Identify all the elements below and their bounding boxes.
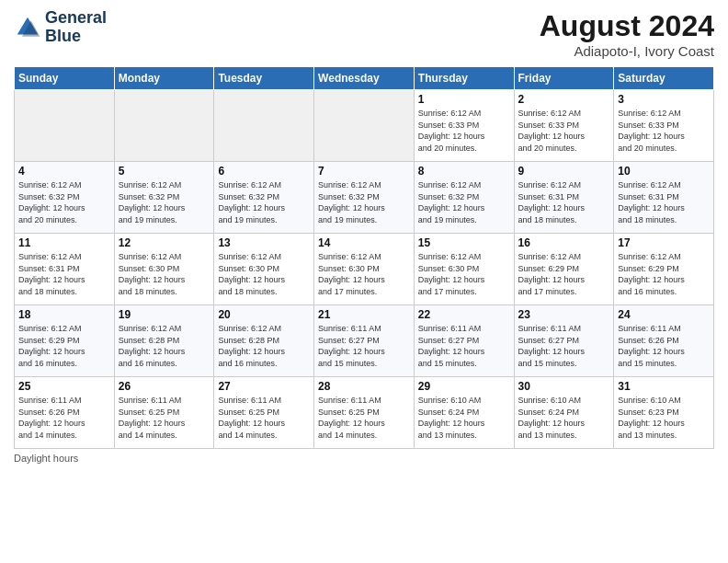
day-info: Sunrise: 6:11 AM Sunset: 6:25 PM Dayligh… — [119, 395, 210, 441]
day-info: Sunrise: 6:11 AM Sunset: 6:27 PM Dayligh… — [318, 323, 410, 369]
month-title: August 2024 — [540, 9, 714, 43]
header-cell-tuesday: Tuesday — [214, 67, 314, 90]
calendar-cell: 17Sunrise: 6:12 AM Sunset: 6:29 PM Dayli… — [614, 234, 714, 305]
logo: General Blue — [14, 9, 107, 46]
day-number: 12 — [119, 236, 210, 249]
calendar-cell — [15, 90, 115, 162]
day-info: Sunrise: 6:12 AM Sunset: 6:32 PM Dayligh… — [318, 179, 410, 225]
day-info: Sunrise: 6:12 AM Sunset: 6:33 PM Dayligh… — [618, 108, 710, 154]
day-info: Sunrise: 6:10 AM Sunset: 6:24 PM Dayligh… — [418, 395, 510, 441]
day-number: 3 — [618, 93, 710, 106]
calendar-cell: 9Sunrise: 6:12 AM Sunset: 6:31 PM Daylig… — [514, 162, 614, 234]
day-number: 2 — [518, 93, 610, 106]
week-row-2: 4Sunrise: 6:12 AM Sunset: 6:32 PM Daylig… — [15, 162, 714, 234]
day-number: 5 — [119, 165, 210, 178]
day-info: Sunrise: 6:11 AM Sunset: 6:27 PM Dayligh… — [418, 323, 510, 369]
day-number: 6 — [218, 165, 310, 178]
day-number: 18 — [18, 308, 110, 321]
calendar-cell: 11Sunrise: 6:12 AM Sunset: 6:31 PM Dayli… — [15, 234, 115, 305]
calendar-cell: 23Sunrise: 6:11 AM Sunset: 6:27 PM Dayli… — [514, 305, 614, 377]
day-number: 29 — [418, 380, 510, 393]
calendar-cell: 21Sunrise: 6:11 AM Sunset: 6:27 PM Dayli… — [314, 305, 415, 377]
title-block: August 2024 Adiapoto-I, Ivory Coast — [540, 9, 714, 59]
header-cell-wednesday: Wednesday — [314, 67, 415, 90]
calendar-cell: 1Sunrise: 6:12 AM Sunset: 6:33 PM Daylig… — [414, 90, 514, 162]
calendar-cell: 10Sunrise: 6:12 AM Sunset: 6:31 PM Dayli… — [614, 162, 714, 234]
day-info: Sunrise: 6:11 AM Sunset: 6:26 PM Dayligh… — [18, 395, 110, 441]
day-info: Sunrise: 6:12 AM Sunset: 6:32 PM Dayligh… — [418, 179, 510, 225]
day-info: Sunrise: 6:12 AM Sunset: 6:30 PM Dayligh… — [218, 251, 310, 297]
day-number: 16 — [518, 236, 610, 249]
day-number: 1 — [418, 93, 510, 106]
day-number: 10 — [618, 165, 710, 178]
calendar-cell: 30Sunrise: 6:10 AM Sunset: 6:24 PM Dayli… — [514, 377, 614, 449]
calendar-cell: 4Sunrise: 6:12 AM Sunset: 6:32 PM Daylig… — [15, 162, 115, 234]
week-row-1: 1Sunrise: 6:12 AM Sunset: 6:33 PM Daylig… — [15, 90, 714, 162]
calendar-cell: 24Sunrise: 6:11 AM Sunset: 6:26 PM Dayli… — [614, 305, 714, 377]
calendar-cell: 16Sunrise: 6:12 AM Sunset: 6:29 PM Dayli… — [514, 234, 614, 305]
week-row-3: 11Sunrise: 6:12 AM Sunset: 6:31 PM Dayli… — [15, 234, 714, 305]
calendar-cell: 19Sunrise: 6:12 AM Sunset: 6:28 PM Dayli… — [114, 305, 214, 377]
calendar-cell: 7Sunrise: 6:12 AM Sunset: 6:32 PM Daylig… — [314, 162, 415, 234]
day-info: Sunrise: 6:12 AM Sunset: 6:31 PM Dayligh… — [618, 179, 710, 225]
calendar-cell: 14Sunrise: 6:12 AM Sunset: 6:30 PM Dayli… — [314, 234, 415, 305]
day-info: Sunrise: 6:12 AM Sunset: 6:30 PM Dayligh… — [119, 251, 210, 297]
day-number: 14 — [318, 236, 410, 249]
logo-icon — [14, 14, 41, 41]
day-number: 17 — [618, 236, 710, 249]
day-info: Sunrise: 6:11 AM Sunset: 6:26 PM Dayligh… — [618, 323, 710, 369]
day-info: Sunrise: 6:12 AM Sunset: 6:29 PM Dayligh… — [618, 251, 710, 297]
day-number: 19 — [119, 308, 210, 321]
day-number: 21 — [318, 308, 410, 321]
day-info: Sunrise: 6:12 AM Sunset: 6:32 PM Dayligh… — [119, 179, 210, 225]
day-info: Sunrise: 6:12 AM Sunset: 6:28 PM Dayligh… — [119, 323, 210, 369]
calendar-cell: 6Sunrise: 6:12 AM Sunset: 6:32 PM Daylig… — [214, 162, 314, 234]
day-number: 25 — [18, 380, 110, 393]
header-cell-thursday: Thursday — [414, 67, 514, 90]
day-info: Sunrise: 6:12 AM Sunset: 6:32 PM Dayligh… — [218, 179, 310, 225]
calendar-cell: 26Sunrise: 6:11 AM Sunset: 6:25 PM Dayli… — [114, 377, 214, 449]
calendar-cell: 13Sunrise: 6:12 AM Sunset: 6:30 PM Dayli… — [214, 234, 314, 305]
calendar-cell: 8Sunrise: 6:12 AM Sunset: 6:32 PM Daylig… — [414, 162, 514, 234]
day-info: Sunrise: 6:12 AM Sunset: 6:32 PM Dayligh… — [18, 179, 110, 225]
header: General Blue August 2024 Adiapoto-I, Ivo… — [14, 9, 714, 59]
calendar-cell: 18Sunrise: 6:12 AM Sunset: 6:29 PM Dayli… — [15, 305, 115, 377]
calendar-cell: 3Sunrise: 6:12 AM Sunset: 6:33 PM Daylig… — [614, 90, 714, 162]
day-number: 4 — [18, 165, 110, 178]
week-row-4: 18Sunrise: 6:12 AM Sunset: 6:29 PM Dayli… — [15, 305, 714, 377]
day-info: Sunrise: 6:12 AM Sunset: 6:33 PM Dayligh… — [418, 108, 510, 154]
day-number: 23 — [518, 308, 610, 321]
day-info: Sunrise: 6:11 AM Sunset: 6:25 PM Dayligh… — [318, 395, 410, 441]
calendar-cell: 5Sunrise: 6:12 AM Sunset: 6:32 PM Daylig… — [114, 162, 214, 234]
calendar-cell: 2Sunrise: 6:12 AM Sunset: 6:33 PM Daylig… — [514, 90, 614, 162]
day-number: 9 — [518, 165, 610, 178]
calendar-cell: 25Sunrise: 6:11 AM Sunset: 6:26 PM Dayli… — [15, 377, 115, 449]
footer-note: Daylight hours — [14, 453, 714, 464]
day-info: Sunrise: 6:12 AM Sunset: 6:30 PM Dayligh… — [418, 251, 510, 297]
calendar-cell — [114, 90, 214, 162]
day-number: 7 — [318, 165, 410, 178]
footer-text: Daylight hours — [14, 453, 78, 464]
day-number: 30 — [518, 380, 610, 393]
page: General Blue August 2024 Adiapoto-I, Ivo… — [0, 0, 728, 563]
calendar-cell — [314, 90, 415, 162]
calendar-cell: 31Sunrise: 6:10 AM Sunset: 6:23 PM Dayli… — [614, 377, 714, 449]
calendar-cell: 27Sunrise: 6:11 AM Sunset: 6:25 PM Dayli… — [214, 377, 314, 449]
day-info: Sunrise: 6:10 AM Sunset: 6:23 PM Dayligh… — [618, 395, 710, 441]
day-number: 13 — [218, 236, 310, 249]
day-number: 24 — [618, 308, 710, 321]
logo-line1: General — [45, 9, 107, 28]
calendar-cell: 29Sunrise: 6:10 AM Sunset: 6:24 PM Dayli… — [414, 377, 514, 449]
header-cell-friday: Friday — [514, 67, 614, 90]
calendar-cell: 22Sunrise: 6:11 AM Sunset: 6:27 PM Dayli… — [414, 305, 514, 377]
day-number: 20 — [218, 308, 310, 321]
header-cell-sunday: Sunday — [15, 67, 115, 90]
calendar-cell: 12Sunrise: 6:12 AM Sunset: 6:30 PM Dayli… — [114, 234, 214, 305]
day-info: Sunrise: 6:12 AM Sunset: 6:29 PM Dayligh… — [518, 251, 610, 297]
header-cell-saturday: Saturday — [614, 67, 714, 90]
calendar-table: SundayMondayTuesdayWednesdayThursdayFrid… — [14, 66, 714, 449]
calendar-cell: 20Sunrise: 6:12 AM Sunset: 6:28 PM Dayli… — [214, 305, 314, 377]
day-info: Sunrise: 6:11 AM Sunset: 6:27 PM Dayligh… — [518, 323, 610, 369]
day-number: 8 — [418, 165, 510, 178]
calendar-cell — [214, 90, 314, 162]
